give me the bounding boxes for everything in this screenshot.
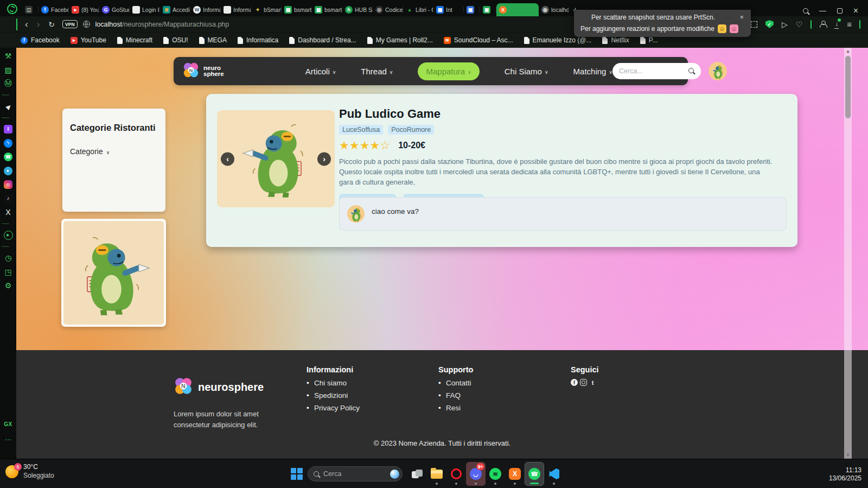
taskbar-search-input[interactable] (323, 470, 383, 478)
browser-tab[interactable]: ◫ (22, 3, 39, 16)
weather-widget[interactable]: 6 30°C Soleggiato (5, 463, 54, 480)
site-search-input[interactable] (612, 63, 701, 79)
bookmark-item[interactable]: MEGA (199, 36, 227, 44)
browser-tab[interactable]: ▸(8) YouT (69, 3, 99, 16)
easy-setup-menu-icon[interactable]: ≡ (847, 20, 851, 29)
scrollbar-thumb[interactable] (845, 56, 851, 118)
x-icon[interactable]: X (2, 206, 15, 219)
browser-tab[interactable]: WInforma (190, 3, 221, 16)
facebook-icon[interactable]: f (571, 379, 578, 386)
browser-tab[interactable]: ▤bsmart (282, 3, 312, 16)
spotify-taskbar-icon[interactable]: ≋ (486, 462, 505, 486)
bookmark-item[interactable]: P... (640, 36, 658, 44)
snapshot-icon[interactable] (751, 21, 757, 28)
bookmark-item[interactable]: Dashboard / Strea... (289, 36, 356, 44)
browser-tab[interactable]: ✦bSmart (251, 3, 282, 16)
notification-close-icon[interactable]: × (739, 13, 744, 21)
browser-tab[interactable]: GGoStude (99, 3, 130, 16)
footer-link[interactable]: Privacy Policy (307, 404, 360, 412)
gx-corner-icon[interactable]: ▶ (2, 100, 15, 113)
browser-tab[interactable]: ≣Accedi (160, 3, 190, 16)
sidebar-more-icon[interactable]: ⋯ (0, 436, 16, 443)
site-brand[interactable]: N neuro sphere (182, 61, 224, 81)
browser-tab[interactable]: ▲Libri - G (403, 3, 433, 16)
tiktok-icon[interactable]: ♪ (2, 192, 15, 205)
footer-link[interactable]: Spedizioni (307, 391, 360, 400)
bookmark-item[interactable]: OSU! (163, 36, 188, 44)
browser-tab[interactable]: ▣ (480, 3, 496, 16)
bookmark-item[interactable]: ▸YouTube (71, 36, 106, 44)
thumbnail-card[interactable] (61, 219, 166, 327)
opera-gx-logo-icon[interactable] (7, 4, 17, 14)
nav-item-matching[interactable]: Matching∨ (573, 67, 612, 76)
commenter-avatar[interactable] (347, 205, 365, 223)
close-button[interactable]: × (853, 8, 858, 14)
browser-tab[interactable]: hHUB Sc (342, 3, 373, 16)
footer-link[interactable]: Contatti (438, 379, 473, 387)
taskbar-clock[interactable]: 11:13 13/06/2025 (829, 466, 861, 483)
browser-tab[interactable]: ◍localhos (539, 3, 569, 16)
taskbar-search[interactable] (308, 466, 403, 481)
browser-tab[interactable]: Informa (221, 3, 251, 16)
nav-item-chi-siamo[interactable]: Chi Siamo∨ (505, 67, 548, 76)
search-icon[interactable] (688, 68, 694, 73)
whatsapp-taskbar-icon[interactable]: ☎ (525, 462, 544, 486)
nav-item-thread[interactable]: Thread∨ (361, 67, 393, 76)
browser-tab[interactable]: X (496, 3, 539, 16)
search-tabs-icon[interactable] (803, 8, 808, 14)
opera-taskbar-icon[interactable] (446, 462, 466, 486)
bookmark-heart-icon[interactable]: ♡ (796, 20, 803, 29)
page-scrollbar[interactable]: ▲ ▼ (844, 48, 852, 459)
minimize-button[interactable]: — (819, 9, 826, 12)
downloads-icon[interactable]: ↓ (834, 20, 839, 29)
bookmark-item[interactable]: Minecraft (117, 36, 152, 44)
bookmark-item[interactable]: ≋SoundCloud – Asc... (444, 36, 513, 44)
carousel-prev-icon[interactable]: ‹ (221, 152, 234, 166)
discord-taskbar-icon[interactable]: ◡9+ (466, 462, 486, 486)
footer-link[interactable]: FAQ (438, 391, 473, 400)
bookmark-item[interactable]: Informatica (238, 36, 278, 44)
bookmark-item[interactable]: Netflix (602, 36, 629, 44)
categories-dropdown[interactable]: Categorie ∨ (70, 147, 158, 156)
browser-tab[interactable]: Login Il- (130, 3, 160, 16)
twitter-icon[interactable]: t (589, 379, 596, 386)
footer-link[interactable]: Chi siamo (307, 379, 360, 387)
player-icon[interactable]: ▶ (2, 229, 15, 242)
scroll-down-icon[interactable]: ▼ (844, 453, 852, 458)
extensions-icon[interactable]: ◳ (2, 265, 15, 278)
browser-tab[interactable]: ◎Codice (373, 3, 403, 16)
player-popup-icon[interactable]: ▷ (782, 20, 788, 29)
taskview-taskbar-icon[interactable] (407, 462, 427, 486)
carousel-next-icon[interactable]: › (317, 152, 331, 166)
browser-tab[interactable]: ▤bsmart (312, 3, 342, 16)
whatsapp-icon[interactable]: ☎ (2, 150, 15, 163)
profile-icon[interactable] (820, 21, 826, 28)
forward-button[interactable]: › (37, 20, 40, 29)
history-icon[interactable]: ◷ (2, 251, 15, 264)
twitch-icon[interactable]: ‖ (2, 123, 15, 136)
instagram-icon[interactable] (580, 379, 587, 386)
url-field[interactable]: localhost/neurosphere/Mappaturachiusa.ph… (95, 21, 229, 28)
messenger-icon[interactable]: ϟ (2, 137, 15, 150)
browser-tab[interactable]: ▦Int (433, 3, 464, 16)
vscode-taskbar-icon[interactable] (544, 462, 564, 486)
browser-tab[interactable]: fFaceboo (39, 3, 69, 16)
profile-avatar[interactable] (709, 62, 727, 80)
explorer-taskbar-icon[interactable] (427, 462, 446, 486)
nav-item-articoli[interactable]: Articoli∨ (305, 67, 336, 76)
settings-icon[interactable]: ⚙ (2, 279, 15, 292)
wallpaper-icon[interactable]: ▨ (2, 64, 15, 77)
cleaner-icon[interactable]: ⚒ (2, 49, 15, 62)
back-button[interactable]: ‹ (25, 20, 28, 29)
footer-link[interactable]: Resi (438, 404, 473, 412)
reload-button[interactable]: ↻ (48, 20, 55, 29)
bookmark-item[interactable]: My Games | Roll2... (367, 36, 433, 44)
vpn-badge[interactable]: VPN (62, 20, 77, 28)
instagram-icon[interactable]: ◎ (2, 178, 15, 191)
xampp-taskbar-icon[interactable]: X (505, 462, 525, 486)
venue-tag[interactable]: LuceSoffusa (339, 125, 383, 135)
nav-item-mappatura[interactable]: Mappatura∨ (418, 62, 479, 80)
bookmark-item[interactable]: fFacebook (21, 36, 60, 44)
browser-tab[interactable]: ▣ (464, 3, 480, 16)
adblock-shield-icon[interactable]: ✓ (765, 20, 774, 28)
